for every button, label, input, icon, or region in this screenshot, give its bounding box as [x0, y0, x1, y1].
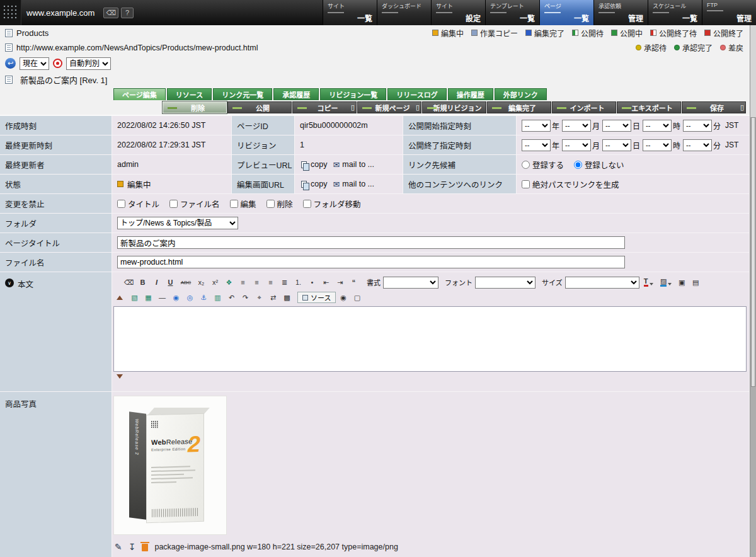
copy-button[interactable]: コピー ▯	[292, 101, 357, 113]
insert-table-icon[interactable]: ▦	[142, 291, 155, 304]
forbid-option[interactable]: 編集	[230, 198, 256, 210]
date-part-select[interactable]: --	[522, 139, 551, 151]
unlink-icon[interactable]: ◎	[183, 291, 197, 304]
insert-link-icon[interactable]: ◉	[169, 291, 183, 304]
size-select[interactable]	[565, 277, 639, 289]
scrollbar-thumb[interactable]	[751, 117, 755, 387]
app-logo[interactable]	[0, 0, 21, 25]
format-select[interactable]	[383, 277, 438, 289]
align-justify-icon[interactable]: ≣	[278, 276, 291, 289]
page-tab[interactable]: 外部リンク	[495, 88, 547, 100]
page-title-input[interactable]	[117, 236, 625, 249]
align-right-icon[interactable]: ≡	[264, 276, 277, 289]
register-no-radio[interactable]	[574, 161, 582, 169]
body-editor-canvas[interactable]	[113, 306, 747, 372]
paste-icon[interactable]: ▣	[675, 276, 689, 289]
forbid-option[interactable]: タイトル	[117, 198, 159, 210]
mailto-preview-link[interactable]: mail to ...	[342, 160, 374, 169]
subscript-icon[interactable]: x₂	[195, 276, 208, 289]
horizontal-rule-icon[interactable]: ―	[156, 291, 169, 304]
import-button[interactable]: インポート	[552, 101, 616, 113]
text-color-icon[interactable]: T	[640, 276, 657, 289]
top-nav-tab[interactable]: スケジュール 一覧	[648, 0, 702, 25]
paste-from-word-icon[interactable]: ▤	[689, 276, 702, 289]
align-left-icon[interactable]: ≡	[236, 276, 249, 289]
revision-select[interactable]: 現在	[20, 57, 49, 70]
delete-button[interactable]: 削除	[163, 101, 227, 113]
register-yes-radio[interactable]	[522, 161, 530, 169]
date-part-select[interactable]: --	[562, 139, 591, 151]
align-center-icon[interactable]: ≡	[250, 276, 263, 289]
date-part-select[interactable]: --	[643, 120, 672, 132]
spellcheck-icon[interactable]: ❖	[222, 276, 236, 289]
register-yes-option[interactable]: 登録する	[522, 159, 564, 171]
back-button[interactable]: ↩	[5, 58, 16, 69]
top-nav-tab[interactable]: 承認依頼 管理	[593, 0, 648, 25]
vertical-scrollbar[interactable]	[750, 25, 756, 557]
forbid-checkbox[interactable]	[117, 200, 125, 208]
anchor-icon[interactable]: ⚓	[197, 291, 210, 304]
new-revision-button[interactable]: 新規リビジョン	[422, 101, 486, 113]
download-image-icon[interactable]: ↧	[129, 542, 136, 552]
indent-icon[interactable]: ⇥	[333, 276, 346, 289]
preview-icon[interactable]: ◉	[336, 291, 350, 304]
forbid-checkbox[interactable]	[266, 200, 275, 208]
page-tab[interactable]: 承認履歴	[273, 88, 319, 100]
delete-image-icon[interactable]	[142, 544, 148, 551]
find-icon[interactable]: ⌖	[253, 291, 266, 304]
mail-icon[interactable]: ✉	[333, 160, 340, 169]
blockquote-icon[interactable]: “	[347, 276, 360, 289]
bg-color-icon[interactable]: ▨	[658, 276, 675, 289]
mail-icon[interactable]: ✉	[333, 180, 340, 189]
copy-edit-url-link[interactable]: copy	[311, 180, 327, 188]
remove-format-icon[interactable]: ⌫	[122, 276, 135, 289]
date-part-select[interactable]: --	[602, 139, 631, 151]
source-button[interactable]: ソース	[297, 292, 336, 303]
collapse-toolbar-handle[interactable]	[117, 296, 123, 300]
edit-image-icon[interactable]: ✎	[115, 542, 122, 552]
top-nav-tab[interactable]: ページ 一覧	[539, 0, 593, 25]
ordered-list-icon[interactable]: 1.	[292, 276, 305, 289]
copy-preview-url-link[interactable]: copy	[311, 160, 327, 169]
underline-icon[interactable]: U	[164, 276, 177, 289]
top-nav-tab[interactable]: サイト 設定	[431, 0, 485, 25]
publish-button[interactable]: 公開	[227, 101, 292, 113]
register-no-option[interactable]: 登録しない	[574, 159, 624, 171]
file-name-input[interactable]	[117, 256, 625, 268]
page-tab[interactable]: リソース	[167, 88, 212, 100]
absolute-path-option[interactable]: 絶対パスでリンクを生成	[522, 178, 619, 190]
bullet-list-icon[interactable]: •	[306, 276, 319, 289]
forbid-option[interactable]: フォルダ移動	[303, 198, 361, 210]
forbid-option[interactable]: ファイル名	[169, 198, 220, 210]
insert-media-icon[interactable]: ▥	[211, 291, 224, 304]
page-tab[interactable]: リビジョン一覧	[320, 88, 386, 100]
forbid-checkbox[interactable]	[303, 200, 311, 208]
page-tab[interactable]: ページ編集	[113, 88, 166, 100]
forbid-checkbox[interactable]	[230, 200, 238, 208]
absolute-path-checkbox[interactable]	[522, 180, 530, 188]
forbid-checkbox[interactable]	[169, 200, 178, 208]
top-nav-tab[interactable]: ダッシュボード	[377, 0, 431, 25]
expand-editor-handle[interactable]	[117, 374, 123, 379]
finish-editing-button[interactable]: 編集完了	[487, 101, 551, 113]
top-nav-tab[interactable]: FTP 管理	[702, 0, 756, 25]
page-tab[interactable]: リンク元一覧	[213, 88, 272, 100]
outdent-icon[interactable]: ⇤	[319, 276, 333, 289]
compare-select[interactable]: 自動判別	[66, 57, 111, 70]
date-part-select[interactable]: --	[683, 139, 712, 151]
top-nav-tab[interactable]: サイト 一覧	[323, 0, 377, 25]
copy-icon[interactable]	[301, 161, 307, 168]
export-button[interactable]: エキスポート	[617, 101, 681, 113]
mailto-edit-link[interactable]: mail to ...	[342, 180, 374, 188]
font-select[interactable]	[475, 277, 536, 289]
replace-icon[interactable]: ⇄	[266, 291, 280, 304]
compare-mode-icon[interactable]	[53, 59, 62, 68]
bold-icon[interactable]: B	[136, 276, 149, 289]
folder-select[interactable]: トップ/News & Topics/製品	[117, 217, 238, 229]
new-page-button[interactable]: 新規ページ ▯	[357, 101, 421, 113]
select-all-icon[interactable]: ▩	[280, 291, 294, 304]
back-icon[interactable]: ⌫	[103, 8, 118, 18]
date-part-select[interactable]: --	[562, 120, 591, 132]
forbid-option[interactable]: 削除	[266, 198, 293, 210]
italic-icon[interactable]: I	[150, 276, 163, 289]
